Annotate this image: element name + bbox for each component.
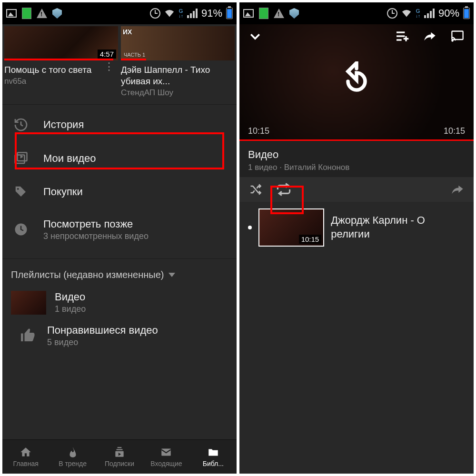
time-current: 10:15 (248, 126, 269, 136)
video-card[interactable]: 4:57 Помощь с того света nv65a ⋮ (4, 26, 118, 99)
nav-library[interactable]: Библ... (190, 440, 237, 474)
battery-percent: 90% (438, 7, 459, 20)
folder-icon (207, 446, 219, 458)
share-icon[interactable] (422, 30, 437, 43)
my-videos-icon (12, 151, 30, 166)
trending-icon (67, 446, 79, 458)
alarm-icon (150, 8, 160, 19)
progress-bar (121, 59, 146, 60)
library-list: История Мои видео Покупки Посмотреть поз… (2, 105, 237, 254)
watch-later-label: Посмотреть позже (43, 218, 149, 230)
mail-icon (160, 446, 172, 458)
wifi-icon (164, 8, 175, 19)
history-label: История (43, 119, 84, 131)
video-channel: nv65a (4, 77, 100, 86)
playlist-sub: 1 видео (55, 304, 86, 314)
status-bar: G ↓↑ 90% (239, 2, 474, 24)
svg-point-3 (17, 188, 19, 189)
playlist-video-item[interactable]: 10:15 Джордж Карлин - О религии (239, 202, 474, 253)
battery-percent: 91% (201, 7, 222, 20)
my-videos-label: Мои видео (43, 152, 96, 165)
video-player[interactable]: 10:15 10:15 (239, 24, 474, 141)
app-notif-icon (258, 8, 269, 19)
picture-notif-icon (6, 8, 17, 19)
data-g-icon: G ↓↑ (416, 9, 420, 19)
wifi-icon (401, 8, 412, 19)
video-title: Помощь с того света (4, 64, 100, 76)
alarm-icon (387, 8, 397, 19)
more-icon[interactable]: ⋮ (100, 64, 118, 69)
video-title: Джордж Карлин - О религии (331, 214, 465, 241)
repeat-icon[interactable] (276, 183, 292, 196)
add-to-playlist-icon[interactable] (395, 30, 410, 43)
progress-bar (4, 59, 113, 60)
playlist-header: Видео 1 видео · Виталий Кононов (239, 141, 474, 177)
nav-home[interactable]: Главная (2, 440, 49, 474)
left-phone-library-screen: G ↓↑ 91% 4:57 Помощь с того света nv65a … (2, 2, 237, 474)
watch-later-item[interactable]: Посмотреть позже 3 непросмотренных видео (2, 208, 237, 251)
picture-notif-icon (243, 8, 254, 19)
history-item[interactable]: История (2, 108, 237, 142)
liked-videos-item[interactable]: Понравившиеся видео 5 видео (2, 319, 237, 352)
playlists-header[interactable]: Плейлисты (недавно измененные) (2, 259, 237, 286)
purchases-label: Покупки (43, 186, 83, 198)
recent-videos-row: 4:57 Помощь с того света nv65a ⋮ ИХ ЧАСТ… (2, 24, 237, 99)
playlist-item[interactable]: Видео 1 видео (2, 286, 237, 319)
cast-icon[interactable] (450, 30, 465, 43)
video-duration: 4:57 (98, 50, 116, 59)
right-phone-player-screen: G ↓↑ 90% 10:15 (239, 2, 474, 474)
dropdown-caret-icon (169, 273, 175, 277)
share-icon[interactable] (450, 183, 465, 196)
video-channel: СтендАП Шоу (121, 88, 235, 98)
collapse-icon[interactable] (248, 29, 262, 43)
playlist-title: Понравившиеся видео (47, 324, 158, 337)
shuffle-icon[interactable] (248, 183, 263, 196)
status-bar: G ↓↑ 91% (2, 2, 237, 24)
clock-icon (12, 222, 30, 237)
my-videos-item[interactable]: Мои видео (2, 142, 237, 175)
svg-point-16 (452, 40, 453, 41)
tag-icon (12, 185, 30, 199)
playlist-sub: 1 видео · Виталий Кононов (248, 163, 465, 172)
progress-bar[interactable] (239, 139, 474, 141)
bottom-nav: Главная В тренде Подписки Входящие Библ.… (2, 439, 237, 474)
shield-icon (289, 8, 299, 19)
thumbs-up-icon (18, 326, 39, 345)
shield-icon (52, 8, 62, 19)
video-duration: 10:15 (299, 235, 322, 244)
video-title: Дэйв Шаппелл - Тихо убивая их... (121, 64, 235, 87)
now-playing-indicator (248, 226, 252, 229)
playlists-header-label: Плейлисты (недавно измененные) (11, 269, 164, 280)
video-thumbnail: 10:15 (258, 208, 324, 247)
playlist-thumb (11, 291, 46, 315)
svg-rect-6 (117, 449, 123, 450)
playlist-sub: 5 видео (47, 337, 158, 347)
watch-later-sub: 3 непросмотренных видео (43, 231, 149, 241)
svg-rect-0 (15, 155, 25, 163)
time-total: 10:15 (444, 126, 465, 136)
playlist-controls (239, 177, 474, 202)
playlist-title: Видео (248, 149, 465, 161)
app-notif-icon (21, 8, 32, 19)
warning-icon (37, 8, 47, 19)
subscriptions-icon (113, 446, 126, 458)
data-g-icon: G ↓↑ (178, 9, 183, 19)
svg-rect-7 (118, 447, 122, 448)
home-icon (20, 446, 32, 458)
nav-subscriptions[interactable]: Подписки (96, 440, 143, 474)
playlist-title: Видео (55, 291, 86, 303)
replay-icon[interactable] (339, 61, 374, 96)
history-icon (12, 117, 30, 132)
signal-icon (424, 9, 435, 18)
purchases-item[interactable]: Покупки (2, 175, 237, 208)
video-card[interactable]: ИХ ЧАСТЬ 1 Дэйв Шаппелл - Тихо убивая их… (121, 26, 235, 99)
battery-icon (463, 8, 470, 19)
nav-inbox[interactable]: Входящие (143, 440, 189, 474)
signal-icon (187, 9, 198, 18)
nav-trending[interactable]: В тренде (49, 440, 96, 474)
warning-icon (274, 8, 284, 19)
battery-icon (226, 8, 233, 19)
